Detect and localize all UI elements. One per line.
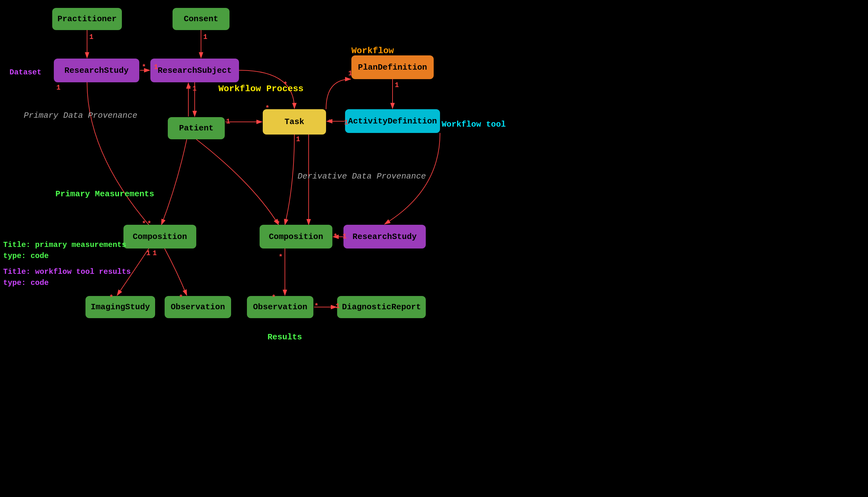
mult-pd-ad-1: 1 — [395, 81, 399, 89]
node-research-subject: ResearchSubject — [151, 59, 239, 82]
mult-task-star: * — [265, 104, 269, 112]
label-results: Results — [268, 332, 302, 342]
mult-obs-right-up-star: * — [279, 253, 283, 261]
label-title-workflow: Title: workflow tool results — [3, 268, 131, 276]
mult-comp-left-star: * — [142, 220, 146, 228]
mult-rsub-star: * — [187, 85, 191, 93]
mult-diag-1: 1 — [336, 302, 340, 310]
node-observation-right: Observation — [247, 296, 313, 318]
label-primary-measurements: Primary Measurements — [55, 189, 154, 199]
mult-task-comp-right-1: 1 — [296, 136, 300, 143]
node-plan-definition: PlanDefinition — [351, 55, 434, 79]
mult-patient-task-1: 1 — [226, 118, 230, 126]
mult-task-ad-star: * — [328, 119, 332, 127]
node-research-study-2: ResearchStudy — [343, 225, 426, 248]
label-type-workflow: type: code — [3, 279, 49, 287]
mult-patient-comp-star: * — [147, 220, 151, 228]
node-task: Task — [263, 109, 326, 134]
label-primary-data-provenance: Primary Data Provenance — [24, 111, 138, 120]
label-workflow-process: Workflow Process — [218, 84, 303, 94]
node-composition-left: Composition — [124, 225, 196, 248]
label-title-primary: Title: primary measurements — [3, 241, 126, 249]
node-observation-left: Observation — [165, 296, 231, 318]
mult-rs-rsub-1: 1 — [154, 63, 158, 71]
mult-obs-right-star: * — [272, 294, 276, 302]
label-workflow-tool: Workflow tool — [442, 120, 506, 129]
mult-obs-diag-star: * — [314, 302, 318, 310]
node-patient: Patient — [168, 117, 225, 139]
mult-obs-left-star: * — [179, 294, 183, 302]
node-consent: Consent — [172, 8, 229, 30]
mult-practitioner-rs: 1 — [89, 33, 94, 41]
node-activity-definition: ActivityDefinition — [345, 109, 440, 133]
mult-comp-right-rs2-star: * — [333, 233, 338, 241]
mult-task-pd-1: 1 — [348, 70, 352, 77]
node-practitioner: Practitioner — [52, 8, 122, 30]
label-dataset: Dataset — [10, 68, 41, 76]
mult-rs-1bottom: 1 — [56, 84, 60, 92]
node-composition-right: Composition — [259, 225, 332, 248]
mult-consent-rs: 1 — [203, 33, 207, 41]
mult-rsub-task-star: * — [283, 81, 287, 89]
node-imaging-study: ImagingStudy — [85, 296, 155, 318]
label-type-primary: type: code — [3, 252, 49, 260]
mult-ad-task-1: 1 — [344, 119, 348, 127]
diagram-container: Practitioner Consent ResearchStudy Resea… — [0, 0, 868, 497]
mult-rsub-1up: 1 — [193, 85, 197, 93]
mult-comp-left-obs-1: 1 — [153, 250, 157, 257]
label-workflow: Workflow — [351, 46, 394, 56]
node-research-study-1: ResearchStudy — [54, 59, 139, 82]
mult-comp-right-star: * — [276, 220, 280, 228]
mult-rs-rsub-star: * — [142, 63, 146, 71]
mult-comp-left-img-1: 1 — [146, 250, 151, 257]
label-derivative-data-provenance: Derivative Data Provenance — [298, 172, 426, 181]
mult-rs2-comp-1: 1 — [342, 233, 347, 241]
mult-img-star: * — [109, 294, 113, 302]
node-diagnostic-report: DiagnosticReport — [337, 296, 426, 318]
